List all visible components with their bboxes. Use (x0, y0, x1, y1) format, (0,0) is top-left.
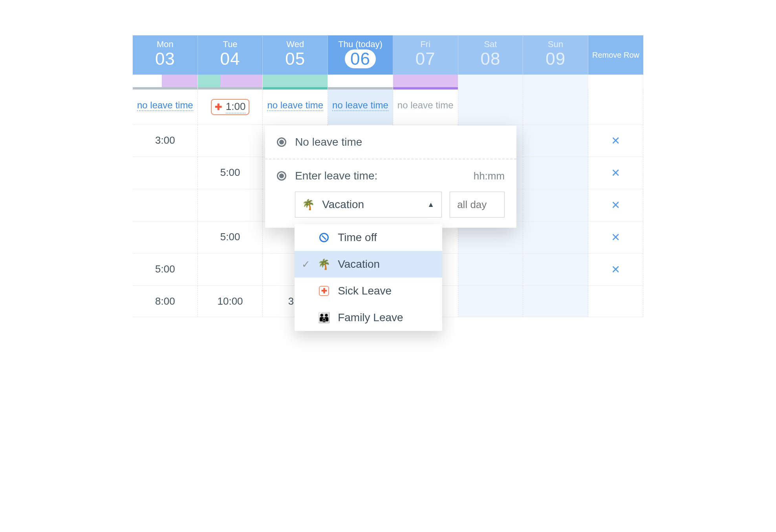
check-icon: ✓ (302, 258, 310, 271)
time-cell[interactable]: 5:00 (198, 221, 263, 254)
no-leave-link[interactable]: no leave time (267, 100, 323, 111)
day-of-week: Mon (133, 39, 198, 49)
day-of-week: Thu (today) (328, 39, 393, 49)
day-of-week: Sat (458, 39, 523, 49)
activity-bar-row (133, 75, 643, 90)
sick-leave-pill[interactable]: ✚ 1:00 (211, 99, 250, 115)
family-icon: 👪 (318, 312, 330, 324)
day-header-sat[interactable]: Sat 08 (458, 35, 523, 75)
day-header-fri[interactable]: Fri 07 (393, 35, 458, 75)
leave-cell-sun[interactable] (523, 90, 588, 125)
time-cell[interactable]: 10:00 (198, 286, 263, 317)
time-cell[interactable]: 5:00 (133, 254, 198, 286)
dropdown-option-sick-leave[interactable]: ✚ Sick Leave (295, 278, 442, 304)
time-cell[interactable] (198, 125, 263, 157)
caret-up-icon: ▲ (427, 201, 434, 209)
time-cell[interactable] (523, 254, 588, 286)
activity-bar-mon (133, 75, 198, 90)
leave-time-popup: No leave time Enter leave time: hh:mm 🌴 … (265, 126, 516, 228)
option-label: Family Leave (338, 311, 403, 324)
day-number: 09 (523, 49, 588, 68)
radio-no-leave[interactable] (277, 137, 286, 147)
leave-cell-mon[interactable]: no leave time (133, 90, 198, 125)
remove-row-cell[interactable]: ✕ (588, 254, 643, 286)
time-cell[interactable] (523, 125, 588, 157)
no-leave-text: no leave time (397, 100, 454, 111)
remove-row-header: Remove Row (588, 35, 643, 75)
ban-icon (318, 233, 330, 242)
time-cell[interactable]: 8:00 (133, 286, 198, 317)
leave-time-row: no leave time ✚ 1:00 no leave time no le… (133, 90, 643, 125)
day-number: 07 (393, 49, 458, 68)
time-cell[interactable] (523, 221, 588, 254)
remove-row-cell[interactable]: ✕ (588, 221, 643, 254)
hhmm-label: hh:mm (474, 170, 505, 182)
option-label: Enter leave time: (295, 170, 377, 182)
time-cell[interactable]: 5:00 (198, 157, 263, 189)
time-value: 5:00 (220, 166, 240, 178)
palm-icon: 🌴 (318, 258, 330, 271)
day-number: 08 (458, 49, 523, 68)
leave-cell-tue[interactable]: ✚ 1:00 (198, 90, 263, 125)
activity-bar-sun (523, 75, 588, 90)
remove-row-cell[interactable]: ✕ (588, 157, 643, 189)
day-header-thu-today[interactable]: Thu (today) 06 (328, 35, 393, 75)
popup-option-no-leave[interactable]: No leave time (265, 126, 516, 159)
day-header-sun[interactable]: Sun 09 (523, 35, 588, 75)
leave-cell-sat[interactable] (458, 90, 523, 125)
close-icon[interactable]: ✕ (611, 167, 620, 179)
remove-row-cell[interactable]: ✕ (588, 189, 643, 221)
time-cell[interactable] (133, 189, 198, 221)
leave-duration-input[interactable] (450, 192, 505, 218)
leave-cell-wed[interactable]: no leave time (263, 90, 328, 125)
time-cell[interactable] (523, 286, 588, 317)
day-of-week: Sun (523, 39, 588, 49)
day-header-tue[interactable]: Tue 04 (198, 35, 263, 75)
option-label: Sick Leave (338, 285, 392, 297)
time-cell[interactable]: 3:00 (133, 125, 198, 157)
time-value: 10:00 (218, 295, 243, 307)
popup-option-enter-leave[interactable]: Enter leave time: hh:mm 🌴 Vacation ▲ Tim… (265, 159, 516, 228)
leave-cell-remove (588, 90, 643, 125)
day-header-mon[interactable]: Mon 03 (133, 35, 198, 75)
week-header: Mon 03 Tue 04 Wed 05 Thu (today) 06 Fri … (133, 35, 643, 75)
leave-type-dropdown: Time off ✓ 🌴 Vacation ✚ Sick Leave 👪 (295, 224, 442, 331)
option-label: Vacation (338, 258, 380, 271)
close-icon[interactable]: ✕ (611, 199, 620, 211)
option-label: Time off (338, 231, 377, 244)
no-leave-link[interactable]: no leave time (137, 100, 193, 111)
time-cell[interactable] (133, 221, 198, 254)
time-cell[interactable] (523, 157, 588, 189)
sick-plus-icon: ✚ (215, 102, 222, 112)
time-cell[interactable] (458, 254, 523, 286)
radio-enter-leave[interactable] (277, 171, 286, 181)
time-cell[interactable] (198, 254, 263, 286)
no-leave-link[interactable]: no leave time (332, 100, 388, 111)
remove-row-cell (588, 286, 643, 317)
close-icon[interactable]: ✕ (611, 263, 620, 276)
leave-cell-fri[interactable]: no leave time (393, 90, 458, 125)
dropdown-option-family-leave[interactable]: 👪 Family Leave (295, 304, 442, 331)
day-header-wed[interactable]: Wed 05 (263, 35, 328, 75)
close-icon[interactable]: ✕ (611, 231, 620, 243)
selected-leave-type: Vacation (322, 198, 364, 211)
day-number: 06 (345, 49, 376, 68)
time-cell[interactable] (523, 189, 588, 221)
leave-cell-thu-selected[interactable]: no leave time (328, 90, 393, 125)
palm-icon: 🌴 (302, 199, 314, 211)
timesheet-week-grid: Mon 03 Tue 04 Wed 05 Thu (today) 06 Fri … (133, 35, 643, 317)
leave-type-select[interactable]: 🌴 Vacation ▲ Time off ✓ 🌴 Vacation (295, 192, 442, 218)
time-cell[interactable] (198, 189, 263, 221)
day-of-week: Fri (393, 39, 458, 49)
remove-row-cell[interactable]: ✕ (588, 125, 643, 157)
activity-bar-fri (393, 75, 458, 90)
activity-bar-thu (328, 75, 393, 90)
time-cell[interactable] (133, 157, 198, 189)
close-icon[interactable]: ✕ (611, 135, 620, 147)
day-number: 03 (133, 49, 198, 68)
dropdown-option-vacation[interactable]: ✓ 🌴 Vacation (295, 251, 442, 278)
dropdown-option-time-off[interactable]: Time off (295, 224, 442, 251)
option-label: No leave time (295, 136, 362, 148)
time-cell[interactable] (458, 286, 523, 317)
sick-icon: ✚ (318, 286, 330, 296)
